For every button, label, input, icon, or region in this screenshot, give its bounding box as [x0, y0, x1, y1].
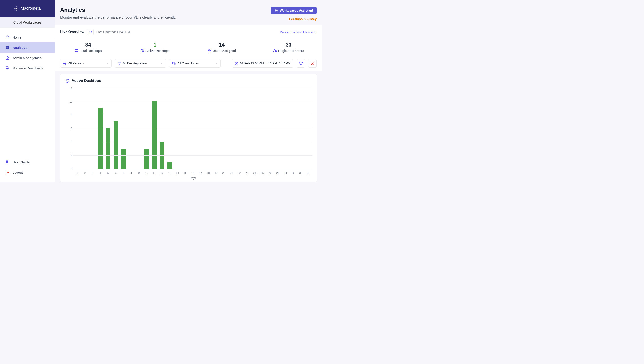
x-tick: 22 — [235, 171, 243, 174]
globe-icon — [140, 49, 144, 53]
chart-bar — [106, 128, 110, 169]
stat-active-desktops: 1 Active Desktops — [122, 42, 188, 53]
refresh-icon — [89, 31, 92, 34]
x-tick: 25 — [258, 171, 266, 174]
monitor-icon — [75, 49, 78, 53]
macrometa-logo-icon — [14, 6, 19, 11]
nav-item-label: Logout — [12, 170, 23, 174]
active-desktops-chart-card: Active Desktops 121086420 12345678910111… — [60, 74, 317, 182]
book-icon — [5, 160, 10, 164]
bar-slot — [212, 87, 220, 169]
bar-slot — [204, 87, 212, 169]
devices-icon — [172, 62, 176, 65]
chevron-down-icon — [160, 62, 163, 65]
filter-label: All Desktop Plans — [123, 62, 147, 65]
nav-item-label: Home — [12, 35, 22, 39]
bar-slot — [96, 87, 104, 169]
stat-value: 34 — [86, 42, 91, 48]
x-tick: 8 — [127, 171, 135, 174]
stat-users-assigned: 14 Users Assigned — [188, 42, 255, 53]
svg-rect-3 — [7, 47, 8, 48]
bar-slot — [104, 87, 112, 169]
x-tick: 16 — [189, 171, 196, 174]
page-title: Analytics — [60, 7, 176, 13]
chart-bars — [73, 87, 312, 169]
plan-filter[interactable]: All Desktop Plans — [115, 59, 166, 68]
bar-slot — [127, 87, 135, 169]
y-axis-ticks: 121086420 — [64, 87, 72, 169]
stat-label: Active Desktops — [145, 49, 170, 53]
nav-item-label: Software Downloads — [12, 66, 44, 70]
svg-point-8 — [275, 9, 278, 12]
workspaces-assistant-button[interactable]: Workspaces Assistant — [271, 7, 317, 14]
stat-label: Users Assigned — [213, 49, 236, 53]
svg-point-10 — [276, 10, 277, 10]
refresh-button[interactable] — [87, 29, 94, 35]
bar-slot — [297, 87, 304, 169]
nav: Home Analytics Admin Management Software… — [0, 28, 55, 157]
filter-label: All Regions — [68, 62, 84, 65]
filter-label: All Client Types — [177, 62, 199, 65]
brand-logo: Macrometa — [0, 0, 55, 17]
x-tick: 20 — [220, 171, 228, 174]
bar-slot — [81, 87, 88, 169]
chart-bar — [98, 108, 103, 169]
clear-filters-button[interactable] — [308, 59, 317, 68]
x-tick: 4 — [96, 171, 104, 174]
nav-item-downloads[interactable]: Software Downloads — [0, 63, 55, 73]
svg-point-9 — [276, 10, 276, 10]
stats-row: 34 Total Desktops 1 Active Desktops 14 U… — [55, 39, 322, 57]
region-filter[interactable]: All Regions — [60, 59, 112, 68]
desktops-and-users-link[interactable]: Desktops and Users — [280, 30, 317, 34]
client-filter[interactable]: All Client Types — [169, 59, 221, 68]
logout-icon — [5, 170, 10, 174]
x-tick: 10 — [143, 171, 150, 174]
last-updated: Last Updated: 11:46 PM — [96, 30, 130, 34]
clear-icon — [310, 62, 314, 65]
assistant-icon — [274, 9, 278, 12]
date-range-filter[interactable]: 01 Feb 12:00 AM to 13 Feb 6:57 PM — [232, 59, 294, 68]
chart-bar — [168, 162, 172, 169]
y-tick: 2 — [64, 153, 72, 156]
analytics-icon — [5, 46, 10, 50]
sidebar: Macrometa Cloud Workspaces Home Analytic… — [0, 0, 55, 182]
nav-item-home[interactable]: Home — [0, 32, 55, 42]
x-tick: 6 — [112, 171, 120, 174]
svg-rect-6 — [6, 67, 8, 69]
nav-item-admin[interactable]: Admin Management — [0, 53, 55, 63]
nav-item-label: Analytics — [12, 46, 28, 50]
chevron-right-icon — [314, 31, 317, 34]
nav-item-logout[interactable]: Logout — [0, 167, 55, 177]
brand-name: Macrometa — [20, 6, 41, 11]
stat-value: 14 — [219, 42, 225, 48]
bar-slot — [135, 87, 143, 169]
feedback-survey-link[interactable]: Feedback Survey — [289, 17, 317, 21]
bar-slot — [73, 87, 81, 169]
nav-item-user-guide[interactable]: User Guide — [0, 157, 55, 167]
bar-slot — [174, 87, 181, 169]
refresh-filters-button[interactable] — [296, 59, 305, 68]
filters-row: All Regions All Desktop Plans All Client… — [55, 57, 322, 71]
clock-icon — [235, 62, 238, 65]
bar-slot — [220, 87, 228, 169]
x-tick: 15 — [181, 171, 189, 174]
bar-slot — [189, 87, 196, 169]
svg-point-14 — [274, 50, 275, 51]
y-tick: 6 — [64, 127, 72, 130]
chart-bar — [144, 149, 149, 169]
stat-registered-users: 33 Registered Users — [255, 42, 322, 53]
overview-title: Live Overview — [60, 30, 84, 34]
chart-bar — [121, 149, 126, 169]
bar-slot — [197, 87, 204, 169]
bar-slot — [228, 87, 235, 169]
x-tick: 23 — [243, 171, 251, 174]
bar-slot — [251, 87, 258, 169]
nav-item-analytics[interactable]: Analytics — [0, 42, 55, 53]
x-axis-ticks: 1234567891011121314151617181920212223242… — [73, 171, 312, 174]
page-subtitle: Monitor and evaluate the performance of … — [60, 16, 176, 20]
x-tick: 5 — [104, 171, 112, 174]
nav-item-label: Admin Management — [12, 56, 42, 60]
x-tick: 21 — [228, 171, 235, 174]
main-content: Analytics Monitor and evaluate the perfo… — [55, 0, 322, 182]
x-tick: 29 — [289, 171, 297, 174]
